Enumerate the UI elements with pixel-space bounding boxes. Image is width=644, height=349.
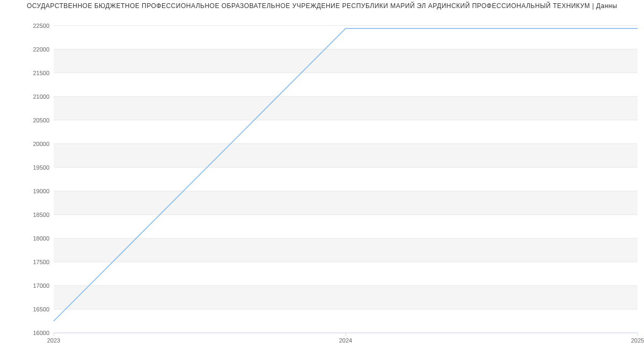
y-tick-label: 17000 — [33, 282, 49, 289]
y-tick-label: 20500 — [33, 117, 49, 123]
grid-band — [54, 191, 638, 215]
y-tick-label: 22000 — [33, 46, 49, 53]
y-tick-label: 22500 — [33, 23, 49, 29]
y-tick-label: 20000 — [33, 141, 49, 147]
y-tick-label: 18500 — [33, 212, 49, 218]
chart-title: ОСУДАРСТВЕННОЕ БЮДЖЕТНОЕ ПРОФЕССИОНАЛЬНО… — [0, 0, 644, 12]
y-tick-label: 21500 — [33, 70, 49, 76]
y-tick-label: 21000 — [33, 93, 49, 100]
grid-band — [54, 238, 638, 262]
y-tick-label: 18000 — [33, 235, 49, 242]
grid-band — [54, 97, 638, 120]
x-tick-label: 2023 — [47, 337, 60, 344]
chart-svg: 1600016500170001750018000185001900019500… — [0, 13, 644, 349]
grid-band — [54, 286, 638, 309]
grid-band — [54, 49, 638, 73]
x-tick-label: 2025 — [631, 337, 644, 344]
y-tick-label: 16000 — [33, 330, 49, 336]
x-tick-label: 2024 — [339, 337, 352, 344]
y-tick-label: 19500 — [33, 164, 49, 171]
chart-area: 1600016500170001750018000185001900019500… — [0, 13, 644, 349]
y-tick-label: 19000 — [33, 188, 49, 194]
grid-band — [54, 144, 638, 168]
y-tick-label: 17500 — [33, 259, 49, 265]
y-tick-label: 16500 — [33, 306, 49, 312]
